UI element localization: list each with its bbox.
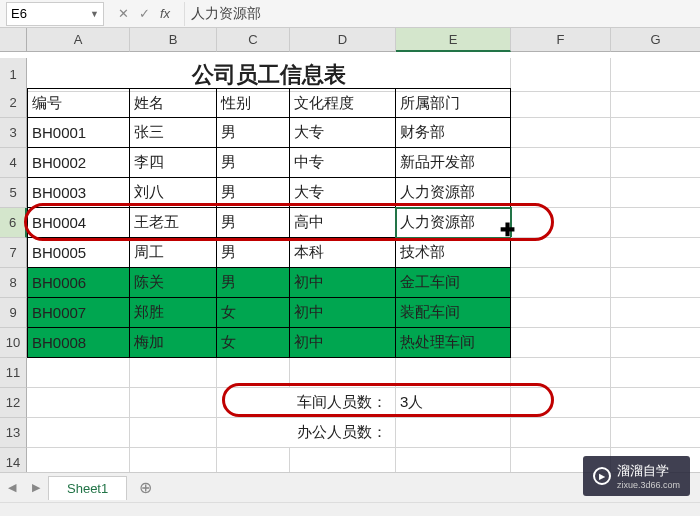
empty-cell[interactable]	[611, 418, 700, 448]
cell-sex[interactable]: 男	[217, 238, 290, 268]
col-header-C[interactable]: C	[217, 28, 290, 52]
table-header[interactable]: 编号	[27, 88, 130, 118]
table-header[interactable]: 文化程度	[290, 88, 396, 118]
empty-cell[interactable]	[511, 148, 611, 178]
empty-cell[interactable]	[511, 88, 611, 118]
col-header-F[interactable]: F	[511, 28, 611, 52]
cell-id[interactable]: BH0008	[27, 328, 130, 358]
cell-edu[interactable]: 初中	[290, 268, 396, 298]
empty-cell[interactable]	[511, 388, 611, 418]
empty-cell[interactable]	[611, 298, 700, 328]
empty-cell[interactable]	[511, 268, 611, 298]
row-header-2[interactable]: 2	[0, 88, 27, 118]
empty-cell[interactable]	[27, 418, 130, 448]
cell-sex[interactable]: 男	[217, 208, 290, 238]
tab-nav-next-icon[interactable]: ▶	[24, 481, 48, 494]
horizontal-scrollbar[interactable]	[0, 502, 700, 516]
row-header-9[interactable]: 9	[0, 298, 27, 328]
add-sheet-icon[interactable]: ⊕	[127, 478, 164, 497]
row-header-8[interactable]: 8	[0, 268, 27, 298]
table-header[interactable]: 姓名	[130, 88, 217, 118]
row-header-13[interactable]: 13	[0, 418, 27, 448]
summary-label-office[interactable]: 办公人员数：	[217, 418, 396, 448]
cell-sex[interactable]: 男	[217, 178, 290, 208]
empty-cell[interactable]	[217, 358, 290, 388]
row-header-1[interactable]: 1	[0, 58, 27, 92]
cell-id[interactable]: BH0006	[27, 268, 130, 298]
cell-id[interactable]: BH0002	[27, 148, 130, 178]
cell-id[interactable]: BH0001	[27, 118, 130, 148]
empty-cell[interactable]	[511, 418, 611, 448]
grid[interactable]: ABCDEFG1公司员工信息表2编号姓名性别文化程度所属部门3BH0001张三男…	[0, 28, 700, 478]
select-all-corner[interactable]	[0, 28, 27, 52]
empty-cell[interactable]	[611, 208, 700, 238]
empty-cell[interactable]	[611, 148, 700, 178]
tab-sheet1[interactable]: Sheet1	[48, 476, 127, 500]
cell-edu[interactable]: 初中	[290, 328, 396, 358]
empty-cell[interactable]	[511, 118, 611, 148]
fx-icon[interactable]: fx	[160, 6, 170, 21]
empty-cell[interactable]	[396, 358, 511, 388]
cell-sex[interactable]: 男	[217, 118, 290, 148]
empty-cell[interactable]	[611, 268, 700, 298]
row-header-10[interactable]: 10	[0, 328, 27, 358]
row-header-7[interactable]: 7	[0, 238, 27, 268]
empty-cell[interactable]	[611, 388, 700, 418]
name-box-dropdown-icon[interactable]: ▼	[90, 9, 99, 19]
empty-cell[interactable]	[27, 358, 130, 388]
empty-cell[interactable]	[611, 178, 700, 208]
col-header-A[interactable]: A	[27, 28, 130, 52]
cell-name[interactable]: 陈关	[130, 268, 217, 298]
formula-input[interactable]: 人力资源部	[184, 2, 700, 26]
cell-dept[interactable]: 财务部	[396, 118, 511, 148]
col-header-B[interactable]: B	[130, 28, 217, 52]
empty-cell[interactable]	[611, 358, 700, 388]
empty-cell[interactable]	[611, 88, 700, 118]
empty-cell[interactable]	[130, 418, 217, 448]
cell-name[interactable]: 李四	[130, 148, 217, 178]
empty-cell[interactable]	[611, 328, 700, 358]
cell-id[interactable]: BH0005	[27, 238, 130, 268]
row-header-6[interactable]: 6	[0, 208, 27, 238]
cell-name[interactable]: 周工	[130, 238, 217, 268]
confirm-icon[interactable]: ✓	[139, 6, 150, 21]
cell-name[interactable]: 郑胜	[130, 298, 217, 328]
cell-dept[interactable]: 技术部	[396, 238, 511, 268]
cell-name[interactable]: 张三	[130, 118, 217, 148]
cell-id[interactable]: BH0003	[27, 178, 130, 208]
summary-value-workshop[interactable]: 3人	[396, 388, 511, 418]
cell-name[interactable]: 梅加	[130, 328, 217, 358]
empty-cell[interactable]	[511, 358, 611, 388]
empty-cell[interactable]	[611, 58, 700, 92]
cell-dept[interactable]: 热处理车间	[396, 328, 511, 358]
row-header-3[interactable]: 3	[0, 118, 27, 148]
empty-cell[interactable]	[511, 238, 611, 268]
cell-dept[interactable]: 金工车间	[396, 268, 511, 298]
col-header-G[interactable]: G	[611, 28, 700, 52]
cell-id[interactable]: BH0004	[27, 208, 130, 238]
cell-sex[interactable]: 女	[217, 328, 290, 358]
cell-edu[interactable]: 大专	[290, 118, 396, 148]
summary-value-office[interactable]	[396, 418, 511, 448]
cell-dept[interactable]: 新品开发部	[396, 148, 511, 178]
table-header[interactable]: 所属部门	[396, 88, 511, 118]
cell-edu[interactable]: 本科	[290, 238, 396, 268]
empty-cell[interactable]	[130, 358, 217, 388]
cell-sex[interactable]: 男	[217, 148, 290, 178]
cell-edu[interactable]: 大专	[290, 178, 396, 208]
row-header-4[interactable]: 4	[0, 148, 27, 178]
empty-cell[interactable]	[611, 118, 700, 148]
cell-dept[interactable]: 人力资源部	[396, 178, 511, 208]
cell-id[interactable]: BH0007	[27, 298, 130, 328]
cancel-icon[interactable]: ✕	[118, 6, 129, 21]
cell-dept[interactable]: 装配车间	[396, 298, 511, 328]
empty-cell[interactable]	[27, 388, 130, 418]
col-header-E[interactable]: E	[396, 28, 511, 52]
summary-label-workshop[interactable]: 车间人员数：	[217, 388, 396, 418]
row-header-5[interactable]: 5	[0, 178, 27, 208]
row-header-11[interactable]: 11	[0, 358, 27, 388]
cell-name[interactable]: 刘八	[130, 178, 217, 208]
cell-dept[interactable]: 人力资源部	[396, 208, 511, 238]
title-cell[interactable]: 公司员工信息表	[27, 58, 511, 92]
table-header[interactable]: 性别	[217, 88, 290, 118]
